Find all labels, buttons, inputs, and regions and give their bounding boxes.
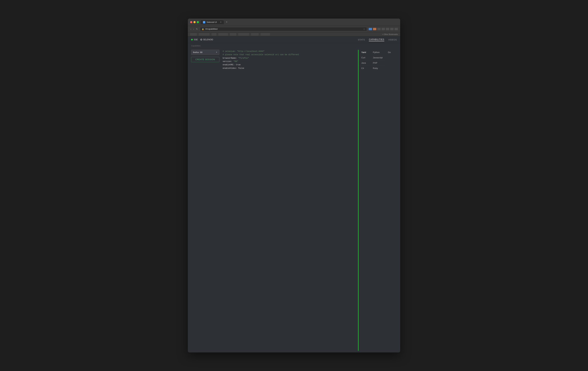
code-line-5: enableVNC: true xyxy=(223,63,355,67)
selenoid-status-dot xyxy=(200,39,202,40)
reload-button[interactable]: ↻ xyxy=(196,27,198,31)
url-bar[interactable]: 🔒 /#/capabilities/ ☆ xyxy=(200,27,367,31)
url-text: /#/capabilities/ xyxy=(205,28,218,30)
minimize-button[interactable] xyxy=(193,21,196,23)
sse-status-dot xyxy=(191,39,193,40)
code-comment-1: # selenium: "http://localhost:4444" xyxy=(223,50,264,52)
code-comment-2: # please note that real accessible selen… xyxy=(223,54,299,56)
bookmark-7[interactable] xyxy=(251,33,259,36)
code-key-4: version: xyxy=(223,60,233,63)
toolbar-icon-2 xyxy=(373,28,376,30)
code-key-6: enableVideo: xyxy=(223,67,238,70)
breadcrumb-bar: Capabilities xyxy=(188,43,400,48)
app-nav-links: STATS CAPABILITIES VIDEOS xyxy=(358,38,397,41)
tab-close-button[interactable]: ✕ xyxy=(220,21,221,23)
app-navbar: SSE SELENOID STATS CAPABILITIES VIDEOS xyxy=(188,37,400,43)
toolbar-icon-7 xyxy=(395,28,398,30)
browser-select-dropdown[interactable]: firefox: 68 ▼ xyxy=(191,50,219,55)
browser-select-value: firefox: 68 xyxy=(193,51,202,54)
main-area: firefox: 68 ▼ CREATE SESSION # selenium:… xyxy=(188,48,400,352)
code-line-1: # selenium: "http://localhost:4444" xyxy=(223,50,355,53)
traffic-lights xyxy=(190,21,199,23)
new-tab-button[interactable]: + xyxy=(225,20,228,24)
tab-bar: Selenoid UI ✕ + xyxy=(200,20,398,24)
nav-link-stats[interactable]: STATS xyxy=(358,39,365,41)
bookmark-2[interactable] xyxy=(199,33,210,36)
lang-column-3: Go xyxy=(385,50,397,71)
nav-buttons: ‹ › ↻ xyxy=(190,27,198,31)
lang-item-csharp[interactable]: C# xyxy=(358,66,370,71)
bookmark-8[interactable] xyxy=(261,33,270,36)
lang-item-php[interactable]: PHP xyxy=(370,60,385,66)
breadcrumb: Capabilities xyxy=(191,45,200,47)
address-bar: ‹ › ↻ 🔒 /#/capabilities/ ☆ xyxy=(188,26,400,32)
code-line-6: enableVideo: false xyxy=(223,67,355,70)
bookmark-4[interactable] xyxy=(218,33,228,36)
selenoid-label: SELENOID xyxy=(203,39,213,41)
toolbar-icon-1 xyxy=(369,28,372,30)
selenoid-indicator: SELENOID xyxy=(200,39,213,41)
code-line-4: version: "68" xyxy=(223,60,355,63)
bookmark-1[interactable] xyxy=(190,33,197,36)
app-content: SSE SELENOID STATS CAPABILITIES VIDEOS C… xyxy=(188,37,400,352)
toolbar-icon-4 xyxy=(382,28,385,30)
code-key-3: browserName: xyxy=(223,57,238,59)
code-val-3: "firefox" xyxy=(238,57,249,59)
code-line-3: browserName: "firefox" xyxy=(223,57,355,60)
sse-label: SSE xyxy=(194,39,198,41)
lang-item-ruby[interactable]: Ruby xyxy=(370,66,385,71)
lang-column-1: Yaml Curl Java C# xyxy=(358,50,370,71)
app-logo: SSE SELENOID xyxy=(191,39,213,41)
sse-indicator: SSE xyxy=(191,39,198,41)
lang-column-2: Python Javascript PHP Ruby xyxy=(370,50,385,71)
code-key-5: enableVNC: xyxy=(223,64,236,66)
lang-item-go[interactable]: Go xyxy=(385,50,397,55)
nav-link-videos[interactable]: VIDEOS xyxy=(388,39,397,41)
lock-icon: 🔒 xyxy=(202,28,204,30)
tab-label: Selenoid UI xyxy=(207,21,217,23)
code-val-4: "68" xyxy=(233,60,238,63)
lang-item-yaml[interactable]: Yaml xyxy=(358,50,370,55)
toolbar-icons xyxy=(369,28,398,30)
bookmark-5[interactable] xyxy=(230,33,236,36)
back-button[interactable]: ‹ xyxy=(190,27,192,31)
toolbar-icon-3 xyxy=(377,28,381,30)
nav-link-capabilities[interactable]: CAPABILITIES xyxy=(369,38,384,41)
left-panel: firefox: 68 ▼ CREATE SESSION xyxy=(191,50,219,351)
title-bar: Selenoid UI ✕ + xyxy=(188,19,400,26)
code-val-5: true xyxy=(236,64,241,66)
create-session-button[interactable]: CREATE SESSION xyxy=(191,57,219,62)
active-tab[interactable]: Selenoid UI ✕ xyxy=(200,20,224,24)
bookmarks-more[interactable]: » Other Bookmarks xyxy=(382,33,398,35)
lang-item-java[interactable]: Java xyxy=(358,60,370,66)
chevron-down-icon: ▼ xyxy=(216,51,218,53)
lang-item-python[interactable]: Python xyxy=(370,50,385,55)
lang-item-javascript[interactable]: Javascript xyxy=(370,55,385,60)
bookmark-6[interactable] xyxy=(238,33,249,36)
code-val-6: false xyxy=(238,67,244,70)
tab-favicon xyxy=(203,21,205,23)
lang-columns: Yaml Curl Java C# Python Javascript PHP … xyxy=(358,50,397,71)
code-panel: # selenium: "http://localhost:4444" # pl… xyxy=(219,50,358,351)
maximize-button[interactable] xyxy=(197,21,199,23)
bookmark-star-icon[interactable]: ☆ xyxy=(363,28,365,30)
language-panel: Yaml Curl Java C# Python Javascript PHP … xyxy=(358,50,397,351)
close-button[interactable] xyxy=(190,21,192,23)
toolbar-icon-5 xyxy=(386,28,389,30)
lang-item-curl[interactable]: Curl xyxy=(358,55,370,60)
bookmark-3[interactable] xyxy=(211,33,216,36)
bookmarks-bar: » Other Bookmarks xyxy=(188,32,400,37)
forward-button[interactable]: › xyxy=(193,27,194,31)
code-line-2: # please note that real accessible selen… xyxy=(223,53,355,56)
browser-window: Selenoid UI ✕ + ‹ › ↻ 🔒 /#/capabilities/… xyxy=(188,19,400,352)
toolbar-icon-6 xyxy=(390,28,394,30)
